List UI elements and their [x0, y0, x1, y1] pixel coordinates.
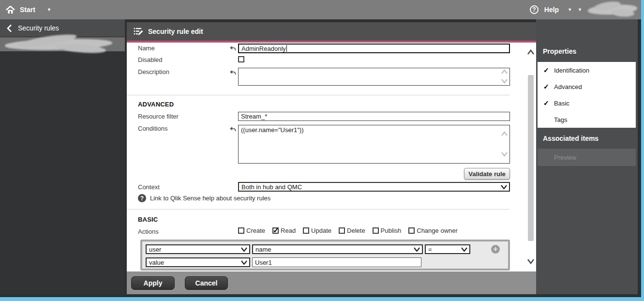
chevron-down-icon: [501, 185, 507, 189]
rule-subject-select[interactable]: user: [146, 244, 250, 254]
start-caret-icon[interactable]: ▼: [47, 8, 51, 12]
resource-filter-value: Stream_*: [241, 113, 267, 120]
check-icon: ✓: [543, 83, 554, 90]
nav-item-advanced[interactable]: ✓ Advanced: [538, 78, 636, 95]
nav-item-basic[interactable]: ✓ Basic: [538, 95, 636, 111]
scroll-up-icon[interactable]: [501, 69, 508, 75]
properties-nav: ✓ Identification ✓ Advanced ✓ Basic ✓ Ta…: [538, 62, 636, 128]
validate-rule-button[interactable]: Validate rule: [464, 168, 510, 180]
help-caret-icon[interactable]: ▼: [568, 8, 572, 12]
scroll-up-icon[interactable]: [501, 131, 508, 137]
redacted-username-scribble[interactable]: [588, 4, 638, 15]
value-type-value: value: [149, 259, 164, 266]
undo-conditions-icon[interactable]: [229, 126, 236, 132]
nav-item-label: Identification: [554, 67, 589, 74]
nav-item-label: Tags: [554, 116, 567, 123]
check-icon: ✓: [543, 99, 554, 107]
left-sidebar: Security rules: [0, 19, 125, 294]
conditions-label: Conditions: [138, 125, 167, 132]
back-label: Security rules: [18, 24, 59, 32]
help-label[interactable]: Help: [544, 6, 559, 14]
basic-heading: BASIC: [138, 216, 158, 223]
panel-title: Security rule edit: [148, 28, 203, 35]
name-label: Name: [138, 45, 155, 52]
action-publish[interactable]: ✓ Publish: [373, 227, 402, 234]
undo-name-icon[interactable]: [229, 45, 236, 51]
nav-item-identification[interactable]: ✓ Identification: [538, 62, 636, 78]
advanced-heading: ADVANCED: [138, 101, 174, 108]
name-value: AdminReadonly: [241, 45, 286, 52]
scroll-down-icon[interactable]: [501, 151, 508, 157]
nav-item-tags[interactable]: ✓ Tags: [538, 111, 636, 128]
help-link-label[interactable]: Link to Qlik Sense help about security r…: [150, 195, 270, 202]
publish-checkbox[interactable]: ✓: [373, 227, 379, 234]
frame-border-right: [641, 0, 644, 301]
nav-item-label: Basic: [554, 100, 569, 107]
action-footer: Apply Cancel: [127, 271, 536, 294]
description-label: Description: [138, 68, 169, 75]
action-change-owner[interactable]: ✓ Change owner: [408, 227, 458, 234]
action-label: Update: [311, 227, 331, 234]
check-glyph: ✓: [273, 226, 279, 235]
action-label: Create: [246, 227, 265, 234]
name-input[interactable]: AdminReadonly: [238, 44, 510, 53]
scrollbar-up-icon[interactable]: [527, 49, 535, 55]
scroll-down-icon[interactable]: [501, 78, 508, 84]
add-condition-button[interactable]: +: [491, 245, 500, 254]
operator-value: =: [428, 246, 432, 253]
start-menu[interactable]: Start ▼: [0, 6, 51, 14]
help-link-row[interactable]: ? Link to Qlik Sense help about security…: [138, 194, 270, 202]
start-label[interactable]: Start: [20, 6, 35, 14]
action-read[interactable]: ✓ Read: [272, 227, 296, 234]
chevron-down-icon: [461, 247, 467, 252]
scrollbar-thumb[interactable]: [528, 75, 534, 241]
rule-value-input[interactable]: User1: [252, 257, 421, 267]
associated-items-heading: Associated items: [543, 135, 599, 142]
update-checkbox[interactable]: ✓: [303, 227, 309, 234]
description-textarea[interactable]: [238, 68, 510, 86]
qmc-window: Start ▼ ? Help ▼ ▼ Security rules: [0, 0, 644, 301]
user-caret-icon[interactable]: ▼: [578, 8, 582, 12]
preview-item-disabled[interactable]: Preview: [538, 149, 636, 166]
context-label: Context: [138, 183, 160, 191]
help-circle-icon: ?: [138, 194, 146, 202]
action-create[interactable]: ✓ Create: [238, 227, 265, 234]
undo-description-icon[interactable]: [229, 70, 236, 75]
context-select[interactable]: Both in hub and QMC: [238, 182, 510, 192]
section-divider: [127, 209, 510, 210]
selected-rule-item[interactable]: [0, 37, 125, 51]
scrollbar-down-icon[interactable]: [527, 258, 535, 264]
delete-checkbox[interactable]: ✓: [339, 227, 345, 234]
change-owner-checkbox[interactable]: ✓: [408, 227, 415, 234]
back-chevron-icon: [7, 24, 12, 32]
context-value: Both in hub and QMC: [241, 183, 302, 191]
rule-property-select[interactable]: name: [252, 244, 423, 254]
conditions-textarea[interactable]: ((user.name="User1")): [238, 125, 510, 164]
action-label: Publish: [381, 227, 402, 234]
apply-button[interactable]: Apply: [131, 276, 175, 290]
disabled-label: Disabled: [138, 56, 163, 63]
help-icon[interactable]: ?: [530, 5, 539, 14]
action-update[interactable]: ✓ Update: [303, 227, 331, 234]
subject-value: user: [149, 246, 161, 253]
frame-border-bottom: [0, 297, 644, 301]
rule-value-type-select[interactable]: value: [146, 257, 250, 267]
rule-builder: user name = + value: [140, 240, 510, 271]
section-divider: [127, 95, 510, 95]
chevron-down-icon: [414, 247, 420, 252]
resource-filter-label: Resource filter: [138, 113, 179, 120]
check-icon: ✓: [543, 66, 554, 74]
top-bar: Start ▼ ? Help ▼ ▼: [0, 0, 641, 19]
disabled-checkbox[interactable]: ✓: [238, 56, 244, 62]
rule-operator-select[interactable]: =: [425, 244, 470, 254]
create-checkbox[interactable]: ✓: [238, 227, 244, 234]
read-checkbox[interactable]: ✓: [272, 227, 279, 234]
main-scrollbar[interactable]: [525, 43, 536, 271]
chevron-down-icon: [241, 247, 247, 252]
resource-filter-input[interactable]: Stream_*: [238, 112, 510, 121]
action-delete[interactable]: ✓ Delete: [339, 227, 365, 234]
cancel-button[interactable]: Cancel: [185, 276, 228, 290]
home-icon: [6, 6, 15, 14]
actions-label: Actions: [138, 228, 159, 235]
right-panel: Properties ✓ Identification ✓ Advanced ✓…: [536, 19, 638, 294]
